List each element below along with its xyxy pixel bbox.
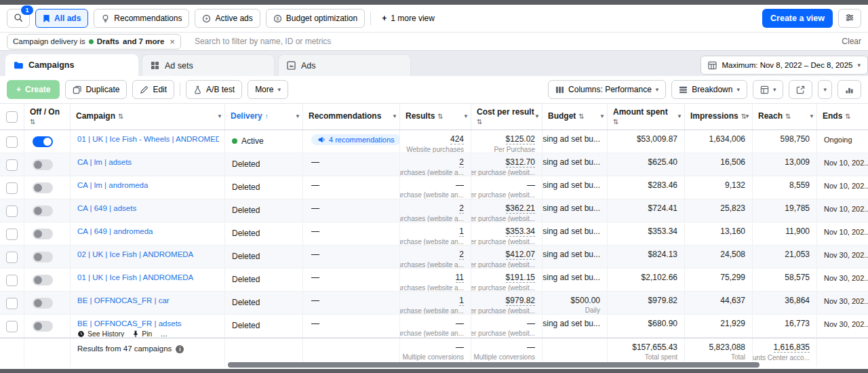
filter-chevron-icon[interactable]: ▼ <box>599 113 605 119</box>
divider <box>180 83 180 96</box>
row-checkbox[interactable] <box>6 182 18 194</box>
recommendations-pill[interactable]: 4 recommendations <box>311 134 400 145</box>
campaign-toggle[interactable] <box>33 159 53 170</box>
header-results[interactable]: Results ⇅ ▼ <box>400 104 471 130</box>
date-range-selector[interactable]: Maximum: Nov 8, 2022 – Dec 8, 2025 ▾ <box>701 56 868 75</box>
filter-chevron-icon[interactable]: ▼ <box>217 113 222 119</box>
tab-ads[interactable]: Ads <box>278 54 411 76</box>
export-options-button[interactable]: ▾ <box>818 80 832 99</box>
row-checkbox[interactable] <box>6 275 18 286</box>
filter-chevron-icon[interactable]: ▼ <box>392 113 397 119</box>
create-campaign-button[interactable]: + Create <box>7 80 60 99</box>
campaign-toggle[interactable] <box>33 205 53 216</box>
header-reach[interactable]: Reach ⇅ ▼ <box>753 104 817 130</box>
delivery-status-text: Deleted <box>232 159 260 169</box>
sort-icon[interactable]: ⇅ <box>578 113 584 121</box>
row-checkbox[interactable] <box>6 205 18 217</box>
view-tab-active-ads[interactable]: Active ads <box>195 9 260 28</box>
row-checkbox[interactable] <box>6 159 18 171</box>
campaign-name-link[interactable]: CA | lm | andromeda <box>77 181 219 189</box>
reports-button[interactable]: ▾ <box>753 80 784 99</box>
filter-chevron-icon[interactable]: ▼ <box>534 113 540 119</box>
filter-chevron-icon[interactable]: ▼ <box>809 113 814 119</box>
clear-filters-button[interactable]: Clear <box>842 37 861 46</box>
view-tab-budget-optimization[interactable]: $ Budget optimization <box>266 9 365 28</box>
select-all-checkbox[interactable] <box>6 111 18 123</box>
row-checkbox[interactable] <box>6 136 18 148</box>
remove-filter-icon[interactable]: × <box>170 37 175 46</box>
header-recommendations[interactable]: Recommendations ▼ <box>303 104 400 130</box>
horizontal-scrollbar-thumb[interactable] <box>228 362 760 368</box>
sort-icon[interactable]: ⇅ <box>30 118 35 126</box>
filter-chip-campaign-delivery[interactable]: Campaign delivery is Drafts and 7 more × <box>7 34 181 50</box>
header-impressions[interactable]: Impressions ⇅ ▼ <box>685 104 753 130</box>
export-button[interactable] <box>789 80 812 99</box>
campaign-toggle[interactable] <box>33 275 53 286</box>
campaign-toggle[interactable] <box>33 229 53 239</box>
ab-test-button[interactable]: A/B test <box>186 80 242 99</box>
reach-value: 58,575 <box>785 273 810 282</box>
sort-asc-icon[interactable]: ↑ <box>265 113 269 121</box>
duplicate-button[interactable]: Duplicate <box>65 80 127 99</box>
reach-value: 598,750 <box>781 134 810 144</box>
view-tab-all-ads[interactable]: All ads <box>35 9 88 28</box>
tab-campaigns[interactable]: Campaigns <box>5 54 138 76</box>
filter-chevron-icon[interactable]: ▼ <box>295 113 300 119</box>
sort-icon[interactable]: ⇅ <box>437 113 443 121</box>
filter-search-input[interactable] <box>193 36 488 47</box>
columns-button[interactable]: Columns: Performance ▾ <box>548 80 666 99</box>
more-views-button[interactable]: + 1 more view <box>376 9 440 28</box>
filter-chevron-icon[interactable]: ▼ <box>745 113 750 119</box>
campaign-name-link[interactable]: CA | 649 | andromeda <box>77 227 219 235</box>
row-more-button[interactable]: … <box>160 330 167 337</box>
view-settings-button[interactable] <box>838 9 861 28</box>
info-icon[interactable]: i <box>176 345 184 353</box>
campaign-toggle[interactable] <box>33 182 53 193</box>
breakdown-button[interactable]: Breakdown ▾ <box>671 80 747 99</box>
row-checkbox[interactable] <box>6 298 18 309</box>
row-checkbox[interactable] <box>6 229 18 240</box>
see-history-button[interactable]: See History <box>77 330 124 337</box>
amount-spent-value: $353.34 <box>648 227 677 236</box>
campaign-toggle[interactable] <box>33 136 53 147</box>
campaign-name-link[interactable]: CA | 649 | adsets <box>77 204 219 212</box>
sort-icon[interactable]: ⇅ <box>118 113 123 121</box>
campaign-name-link[interactable]: 01 | UK | Ice Fish - Wheels | ANDROMEDA <box>77 135 219 143</box>
header-budget[interactable]: Budget ⇅ ▼ <box>542 104 608 130</box>
more-actions-button[interactable]: More ▾ <box>248 80 288 99</box>
saved-filters-search-button[interactable]: 1 <box>7 9 30 28</box>
edit-button[interactable]: Edit <box>132 80 174 99</box>
charts-button[interactable] <box>837 80 861 99</box>
tab-ad-sets[interactable]: Ad sets <box>142 54 275 76</box>
create-view-button[interactable]: Create a view <box>762 9 833 28</box>
budget-value: Using ad set bu... <box>542 134 600 144</box>
sort-icon[interactable]: ⇅ <box>613 118 618 126</box>
campaign-name-link[interactable]: BE | OFFNOCAS_FR | adsets <box>77 319 219 328</box>
header-ends[interactable]: Ends ⇅ <box>817 104 868 130</box>
row-checkbox[interactable] <box>6 252 18 263</box>
table-row: BE | OFFNOCAS_FR | car Deleted — 1Purcha… <box>0 292 868 315</box>
campaign-toggle[interactable] <box>33 321 53 332</box>
campaign-name-link[interactable]: BE | OFFNOCAS_FR | car <box>77 296 219 305</box>
filter-chevron-icon[interactable]: ▼ <box>463 113 469 119</box>
campaign-toggle[interactable] <box>33 298 53 309</box>
campaign-name-link[interactable]: 02 | UK | Ice Fish | ANDROMEDA <box>77 250 219 258</box>
delivery-status-text: Deleted <box>232 182 260 192</box>
campaign-name-link[interactable]: CA | lm | adsets <box>77 158 219 166</box>
header-amount-spent[interactable]: Amount spent ⇅ ▼ <box>608 104 685 130</box>
table-row: CA | lm | andromeda Deleted — —Purchase … <box>0 176 868 199</box>
pin-button[interactable]: Pin <box>132 330 152 337</box>
sort-icon[interactable]: ⇅ <box>785 113 791 121</box>
calendar-grid-icon <box>708 61 717 70</box>
header-delivery[interactable]: Delivery ↑ ▼ <box>225 104 303 130</box>
campaign-name-link[interactable]: 01 | UK | Ice Fish | ANDROMEDA <box>77 273 219 281</box>
header-cost-per-result[interactable]: Cost per result ⇅ ▼ <box>471 104 542 130</box>
row-checkbox[interactable] <box>6 321 18 332</box>
campaign-toggle[interactable] <box>33 252 53 262</box>
filter-chevron-icon[interactable]: ▼ <box>677 113 682 119</box>
view-tab-recommendations[interactable]: Recommendations <box>94 9 189 28</box>
sort-icon[interactable]: ⇅ <box>845 113 850 121</box>
header-campaign[interactable]: Campaign ⇅ ▼ <box>71 104 225 130</box>
sort-icon[interactable]: ⇅ <box>477 118 482 126</box>
header-off-on[interactable]: Off / On ⇅ <box>24 104 71 130</box>
